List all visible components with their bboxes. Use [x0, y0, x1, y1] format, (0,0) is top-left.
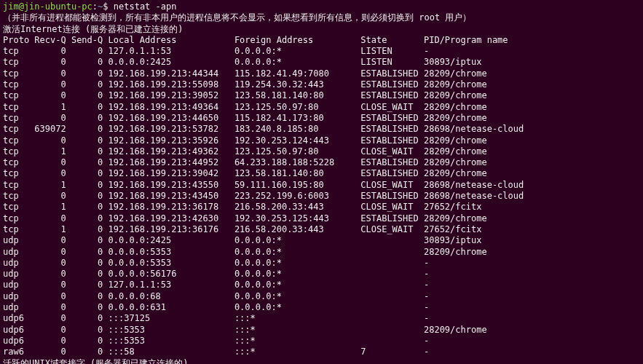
table-row: raw6 0 0 :::58 :::* 7 - [3, 347, 640, 357]
warning-line: （并非所有进程都能被检测到，所有非本用户的进程信息将不会显示，如果想看到所有信息… [3, 12, 640, 23]
table-row: tcp 1 0 192.168.199.213:49362 123.125.50… [3, 146, 640, 157]
table-row: tcp 0 0 192.168.199.213:44344 115.182.41… [3, 68, 640, 79]
prompt-line[interactable]: jim@jin-ubuntu-pc:~$ netstat -apn [3, 1, 640, 12]
section2-header: 活跃的UNIX域套接字 (服务器和已建立连接的) [3, 358, 640, 365]
table-row: tcp 0 0 192.168.199.213:44952 64.233.188… [3, 157, 640, 168]
table-row: tcp 0 0 127.0.1.1:53 0.0.0.0:* LISTEN - [3, 46, 640, 57]
table-row: udp 0 0 127.0.1.1:53 0.0.0.0:* - [3, 280, 640, 290]
table-row: tcp 0 0 0.0.0.0:2425 0.0.0.0:* LISTEN 30… [3, 57, 640, 68]
table-row: tcp 0 0 192.168.199.213:44650 115.182.41… [3, 113, 640, 124]
table-row: tcp 639072 0 192.168.199.213:53782 183.2… [3, 124, 640, 135]
table-row: tcp 0 0 192.168.199.213:35926 192.30.253… [3, 135, 640, 146]
table-row: tcp 1 0 192.168.199.213:36178 216.58.200… [3, 202, 640, 213]
prompt-sep: : [92, 1, 98, 12]
table-row: udp6 0 0 :::5353 :::* - [3, 336, 640, 347]
table-row: tcp 0 0 192.168.199.213:42630 192.30.253… [3, 213, 640, 224]
table-row: udp 0 0 0.0.0.0:2425 0.0.0.0:* 30893/ipt… [3, 235, 640, 246]
prompt-user-host: jim@jin-ubuntu-pc [3, 1, 92, 12]
table-row: tcp 0 0 192.168.199.213:43450 223.252.19… [3, 191, 640, 202]
table-row: tcp 1 0 192.168.199.213:49364 123.125.50… [3, 102, 640, 113]
table-row: tcp 0 0 192.168.199.213:39052 123.58.181… [3, 90, 640, 101]
table-row: udp 0 0 0.0.0.0:56176 0.0.0.0:* - [3, 269, 640, 280]
table-row: udp 0 0 0.0.0.0:5353 0.0.0.0:* 28209/chr… [3, 247, 640, 258]
table-row: udp6 0 0 :::5353 :::* 28209/chrome [3, 325, 640, 336]
cols1-header: Proto Recv-Q Send-Q Local Address Foreig… [3, 35, 640, 46]
table-row: udp 0 0 0.0.0.0:631 0.0.0.0:* - [3, 302, 640, 313]
table-row: udp 0 0 0.0.0.0:5353 0.0.0.0:* - [3, 258, 640, 269]
table-row: tcp 0 0 192.168.199.213:39042 123.58.181… [3, 168, 640, 179]
section1-header: 激活Internet连接 (服务器和已建立连接的) [3, 24, 640, 35]
table-row: tcp 1 0 192.168.199.213:36176 216.58.200… [3, 224, 640, 235]
table-row: udp 0 0 0.0.0.0:68 0.0.0.0:* - [3, 291, 640, 302]
table-row: tcp 1 0 192.168.199.213:43550 59.111.160… [3, 180, 640, 191]
command-text: netstat -apn [114, 1, 177, 12]
prompt-dollar: $ [103, 1, 108, 12]
table-row: tcp 0 0 192.168.199.213:55098 119.254.30… [3, 79, 640, 90]
internet-connections: tcp 0 0 127.0.1.1:53 0.0.0.0:* LISTEN - … [3, 46, 640, 357]
table-row: udp6 0 0 :::37125 :::* - [3, 313, 640, 324]
